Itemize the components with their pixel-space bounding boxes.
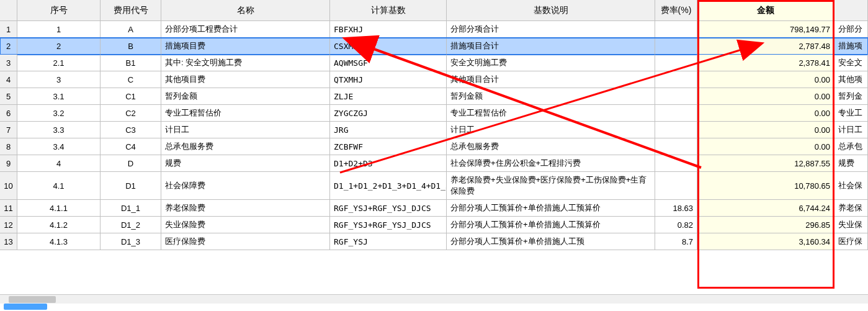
code-cell[interactable]: C2 [101,105,161,122]
base-cell[interactable]: QTXMHJ [330,71,447,88]
table-row[interactable]: 73.3C3计日工JRG计日工0.00计日工 [0,122,868,138]
desc-cell[interactable]: 社会保障费+住房公积金+工程排污费 [447,155,655,172]
code-cell[interactable]: D [101,155,161,172]
desc-cell[interactable]: 分部分项人工预算价+单价措施人工预算价 [447,200,655,217]
amount-cell[interactable]: 0.00 [697,71,834,88]
code-cell[interactable]: C1 [101,88,161,105]
code-cell[interactable]: B [101,38,161,55]
base-cell[interactable]: AQWMSGF [330,55,447,71]
code-cell[interactable]: A [101,21,161,38]
overflow-cell[interactable]: 其他项 [834,71,868,88]
seq-cell[interactable]: 2 [17,38,101,55]
seq-cell[interactable]: 3.3 [17,122,101,138]
header-base[interactable]: 计算基数 [330,0,447,21]
table-row[interactable]: 32.1B1其中: 安全文明施工费AQWMSGF安全文明施工费2,378.41安… [0,55,868,71]
rate-cell[interactable] [655,105,697,122]
seq-cell[interactable]: 3.2 [17,105,101,122]
overflow-cell[interactable]: 安全文 [834,55,868,71]
overflow-cell[interactable]: 暂列金 [834,88,868,105]
name-cell[interactable]: 失业保险费 [161,217,330,233]
overflow-cell[interactable]: 规费 [834,155,868,172]
amount-cell[interactable]: 2,787.48 [697,38,834,55]
desc-cell[interactable]: 养老保险费+失业保险费+医疗保险费+工伤保险费+生育保险费 [447,172,655,200]
header-amount[interactable]: 金额 [697,0,834,21]
seq-cell[interactable]: 1 [17,21,101,38]
header-code[interactable]: 费用代号 [101,0,161,21]
table-row[interactable]: 134.1.3D1_3医疗保险费RGF_YSJ分部分项人工预算价+单价措施人工预… [0,233,868,250]
base-cell[interactable]: ZCBFWF [330,138,447,155]
code-cell[interactable]: C [101,71,161,88]
header-name[interactable]: 名称 [161,0,330,21]
overflow-cell[interactable]: 社会保 [834,172,868,200]
rate-cell[interactable] [655,88,697,105]
rate-cell[interactable]: 18.63 [655,200,697,217]
desc-cell[interactable]: 措施项目合计 [447,38,655,55]
name-cell[interactable]: 社会保障费 [161,172,330,200]
overflow-cell[interactable]: 计日工 [834,122,868,138]
rate-cell[interactable]: 0.82 [655,217,697,233]
code-cell[interactable]: C3 [101,122,161,138]
overflow-cell[interactable]: 专业工 [834,105,868,122]
table-row[interactable]: 53.1C1暂列金额ZLJE暂列金额0.00暂列金 [0,88,868,105]
rate-cell[interactable] [655,21,697,38]
overflow-cell[interactable]: 措施项 [834,38,868,55]
amount-cell[interactable]: 0.00 [697,122,834,138]
desc-cell[interactable]: 分部分项合计 [447,21,655,38]
name-cell[interactable]: 分部分项工程费合计 [161,21,330,38]
amount-cell[interactable]: 296.85 [697,217,834,233]
name-cell[interactable]: 专业工程暂估价 [161,105,330,122]
code-cell[interactable]: D1_2 [101,217,161,233]
amount-cell[interactable]: 2,378.41 [697,55,834,71]
rate-cell[interactable]: 8.7 [655,233,697,250]
overflow-cell[interactable]: 医疗保 [834,233,868,250]
name-cell[interactable]: 计日工 [161,122,330,138]
table-row[interactable]: 11A分部分项工程费合计FBFXHJ分部分项合计798,149.77分部分 [0,21,868,38]
table-row[interactable]: 104.1D1社会保障费D1_1+D1_2+D1_3+D1_4+D1_5养老保险… [0,172,868,200]
name-cell[interactable]: 养老保险费 [161,200,330,217]
name-cell[interactable]: 总承包服务费 [161,138,330,155]
seq-cell[interactable]: 2.1 [17,55,101,71]
active-tab[interactable] [4,304,47,310]
amount-cell[interactable]: 0.00 [697,138,834,155]
amount-cell[interactable]: 798,149.77 [697,21,834,38]
header-rownum[interactable] [0,0,17,21]
code-cell[interactable]: C4 [101,138,161,155]
desc-cell[interactable]: 安全文明施工费 [447,55,655,71]
rate-cell[interactable] [655,122,697,138]
rate-cell[interactable] [655,71,697,88]
table-row[interactable]: 94D规费D1+D2+D3社会保障费+住房公积金+工程排污费12,887.55规… [0,155,868,172]
horizontal-scrollbar[interactable] [0,294,868,304]
seq-cell[interactable]: 3 [17,71,101,88]
table-row[interactable]: 43C其他项目费QTXMHJ其他项目合计0.00其他项 [0,71,868,88]
desc-cell[interactable]: 分部分项人工预算价+单价措施人工预算价 [447,217,655,233]
desc-cell[interactable]: 暂列金额 [447,88,655,105]
header-seq[interactable]: 序号 [17,0,101,21]
seq-cell[interactable]: 4.1 [17,172,101,200]
header-desc[interactable]: 基数说明 [447,0,655,21]
base-cell[interactable]: ZYGCZGJ [330,105,447,122]
overflow-cell[interactable]: 养老保 [834,200,868,217]
seq-cell[interactable]: 3.1 [17,88,101,105]
table-row[interactable]: 83.4C4总承包服务费ZCBFWF总承包服务费0.00总承包 [0,138,868,155]
base-cell[interactable]: ZLJE [330,88,447,105]
rate-cell[interactable] [655,55,697,71]
header-last[interactable] [834,0,868,21]
desc-cell[interactable]: 其他项目合计 [447,71,655,88]
desc-cell[interactable]: 分部分项人工预算价+单价措施人工预 [447,233,655,250]
seq-cell[interactable]: 3.4 [17,138,101,155]
desc-cell[interactable]: 总承包服务费 [447,138,655,155]
table-row[interactable]: 114.1.1D1_1养老保险费RGF_YSJ+RGF_YSJ_DJCS分部分项… [0,200,868,217]
base-cell[interactable]: D1_1+D1_2+D1_3+D1_4+D1_5 [330,172,447,200]
amount-cell[interactable]: 3,160.34 [697,233,834,250]
name-cell[interactable]: 暂列金额 [161,88,330,105]
table-row[interactable]: 124.1.2D1_2失业保险费RGF_YSJ+RGF_YSJ_DJCS分部分项… [0,217,868,233]
amount-cell[interactable]: 10,780.65 [697,172,834,200]
amount-cell[interactable]: 0.00 [697,88,834,105]
code-cell[interactable]: D1_3 [101,233,161,250]
amount-cell[interactable]: 12,887.55 [697,155,834,172]
name-cell[interactable]: 其他项目费 [161,71,330,88]
base-cell[interactable]: D1+D2+D3 [330,155,447,172]
base-cell[interactable]: RGF_YSJ+RGF_YSJ_DJCS [330,217,447,233]
base-cell[interactable]: RGF_YSJ+RGF_YSJ_DJCS [330,200,447,217]
name-cell[interactable]: 规费 [161,155,330,172]
